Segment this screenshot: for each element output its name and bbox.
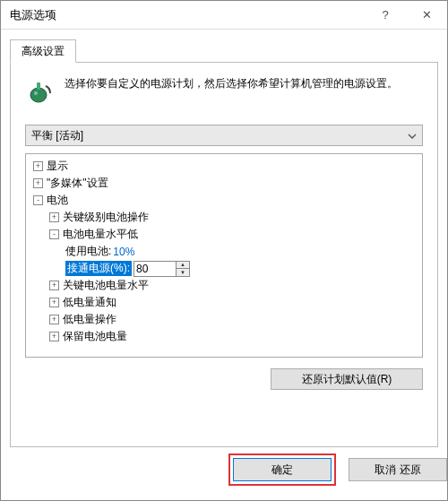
tree-label: 显示 — [47, 159, 68, 174]
tab-advanced[interactable]: 高级设置 — [10, 39, 76, 63]
expander-icon[interactable]: + — [33, 161, 43, 171]
tree-item-multimedia[interactable]: + "多媒体"设置 — [28, 175, 420, 192]
tree-label: 电池电量水平低 — [63, 227, 138, 242]
dialog-buttons: 确定 取消 还原 — [1, 452, 447, 488]
expander-icon[interactable]: - — [49, 229, 59, 239]
tree-label: 低电量操作 — [63, 312, 116, 327]
restore-defaults-button[interactable]: 还原计划默认值(R) — [271, 368, 423, 390]
tree-label: "多媒体"设置 — [47, 176, 108, 191]
expander-icon[interactable]: + — [49, 315, 59, 324]
expander-icon[interactable]: + — [33, 178, 43, 188]
tab-strip: 高级设置 — [10, 39, 438, 62]
on-battery-value[interactable]: 10% — [113, 246, 134, 258]
power-options-window: 电源选项 ? ✕ 高级设置 选择你要自定义的电源计划，然后选择你希望计算机管理的… — [0, 0, 448, 501]
plan-icon — [25, 75, 61, 108]
tree-item-on-battery[interactable]: 使用电池: 10% — [28, 243, 420, 260]
chevron-down-icon — [408, 129, 417, 142]
tree-label: 关键级别电池操作 — [63, 210, 149, 225]
tree-item-low-level[interactable]: - 电池电量水平低 — [28, 226, 420, 243]
plan-select-row: 平衡 [活动] — [25, 125, 423, 146]
tree-item-low-notify[interactable]: + 低电量通知 — [28, 294, 420, 311]
expander-icon[interactable]: + — [49, 281, 59, 290]
tree-item-reserve[interactable]: + 保留电池电量 — [28, 328, 420, 345]
ok-button-highlight: 确定 — [228, 453, 336, 486]
tree-item-display[interactable]: + 显示 — [28, 158, 420, 175]
ok-button[interactable]: 确定 — [233, 458, 332, 481]
tree-item-plugged-in[interactable]: 接通电源(%): ▲ ▼ — [28, 260, 420, 277]
tree-label: 关键电池电量水平 — [63, 278, 149, 293]
titlebar: 电源选项 ? ✕ — [1, 1, 447, 30]
tree-item-low-action[interactable]: + 低电量操作 — [28, 311, 420, 328]
plugged-in-spinner[interactable]: ▲ ▼ — [134, 261, 190, 277]
intro: 选择你要自定义的电源计划，然后选择你希望计算机管理的电源设置。 — [25, 75, 423, 108]
cancel-button[interactable]: 取消 还原 — [349, 458, 447, 481]
plan-combo-value: 平衡 [活动] — [31, 128, 83, 143]
window-title: 电源选项 — [1, 7, 365, 23]
intro-text: 选择你要自定义的电源计划，然后选择你希望计算机管理的电源设置。 — [61, 75, 423, 108]
expander-icon[interactable]: + — [49, 332, 59, 341]
tree-label: 使用电池: — [65, 244, 111, 259]
spin-down-icon[interactable]: ▼ — [177, 269, 189, 276]
plan-combo[interactable]: 平衡 [活动] — [25, 125, 423, 146]
tree-label: 保留电池电量 — [63, 329, 127, 344]
expander-icon[interactable]: - — [33, 195, 43, 205]
svg-rect-1 — [37, 82, 40, 90]
tree-label-selected: 接通电源(%): — [65, 261, 132, 276]
tree-item-battery[interactable]: - 电池 — [28, 192, 420, 209]
tree-item-critical-action[interactable]: + 关键级别电池操作 — [28, 209, 420, 226]
svg-point-2 — [34, 91, 38, 95]
tree-label: 电池 — [47, 193, 68, 208]
settings-tree[interactable]: + 显示 + "多媒体"设置 - 电池 + 关键级别电池操作 - 电池电量水 — [25, 153, 423, 358]
expander-icon[interactable]: + — [49, 212, 59, 222]
plugged-in-input[interactable] — [134, 262, 176, 276]
spin-up-icon[interactable]: ▲ — [177, 262, 189, 269]
tree-label: 低电量通知 — [63, 295, 116, 310]
close-button[interactable]: ✕ — [406, 1, 447, 30]
expander-icon[interactable]: + — [49, 298, 59, 307]
svg-point-0 — [30, 88, 47, 102]
help-button[interactable]: ? — [365, 1, 406, 30]
tree-item-critical-level[interactable]: + 关键电池电量水平 — [28, 277, 420, 294]
